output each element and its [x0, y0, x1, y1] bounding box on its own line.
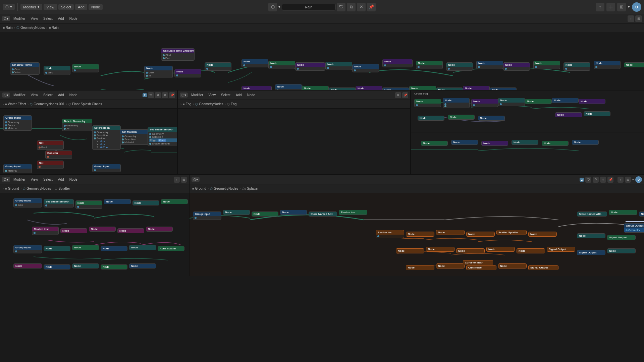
- water-editor-btn[interactable]: ⬡▾: [2, 93, 10, 98]
- node-r2d[interactable]: Node: [325, 62, 352, 70]
- splatter-pin[interactable]: 📌: [607, 177, 613, 183]
- node-m5[interactable]: Node: [356, 86, 382, 90]
- spl-o8[interactable]: Node: [426, 247, 454, 252]
- gnd-c2[interactable]: Node: [44, 264, 70, 269]
- gnd-c5[interactable]: Node: [129, 263, 156, 268]
- node-m10[interactable]: Node: [490, 87, 517, 90]
- gnd-n5[interactable]: Node: [161, 199, 188, 204]
- rain-view[interactable]: View: [29, 16, 40, 21]
- spl-o9[interactable]: Node: [456, 248, 485, 253]
- water-not2[interactable]: Not: [37, 161, 64, 169]
- fog-n3[interactable]: Node: [471, 99, 498, 107]
- fog-n12[interactable]: Node: [584, 111, 610, 116]
- fog-n2[interactable]: Node: [443, 98, 470, 108]
- spl-o1[interactable]: Realize Inst.: [376, 230, 404, 238]
- spl-o10[interactable]: Node: [486, 247, 515, 252]
- spl-o17[interactable]: Signal Output: [528, 265, 558, 270]
- rain-select[interactable]: Select: [41, 16, 55, 21]
- splatter-editor-btn[interactable]: ⬡▾: [192, 177, 200, 182]
- gnd-n2[interactable]: Node: [75, 200, 102, 209]
- fog-view[interactable]: View: [207, 93, 218, 98]
- splatter-upload[interactable]: ↑: [618, 177, 624, 183]
- gnd-b5[interactable]: Node: [129, 245, 156, 250]
- node-r1b[interactable]: Node: [72, 64, 99, 72]
- close-icon[interactable]: ✕: [357, 3, 366, 11]
- fog-n8[interactable]: Node: [418, 116, 444, 121]
- water-set-position[interactable]: Set Position Geometry Selection Position…: [92, 125, 121, 150]
- fog-select[interactable]: Select: [219, 93, 232, 98]
- fog-n6[interactable]: Node: [552, 98, 579, 103]
- rain-add[interactable]: Add: [56, 16, 66, 21]
- spl-curve[interactable]: Curve to Mesh: [463, 260, 493, 265]
- ground-select[interactable]: Select: [41, 177, 55, 182]
- splatter-avatar[interactable]: U: [635, 176, 642, 183]
- gnd-b6[interactable]: Acne Scatter: [158, 246, 184, 251]
- ground-add[interactable]: Add: [56, 177, 66, 182]
- ground-modifier[interactable]: Modifier: [11, 177, 28, 182]
- spl-o6[interactable]: Node: [528, 232, 557, 237]
- upload-btn[interactable]: ↑: [596, 3, 604, 11]
- bc-rain-root[interactable]: ■ Rain: [3, 26, 13, 29]
- spl-o11[interactable]: Node: [517, 248, 545, 253]
- fog-b3[interactable]: Node: [481, 141, 508, 146]
- node-mid1[interactable]: Node Geo In: [144, 66, 173, 78]
- spl-rm4[interactable]: Node: [607, 248, 636, 253]
- node-r1a[interactable]: Node Geo: [44, 66, 70, 75]
- spl-rm3[interactable]: Signal Output: [577, 250, 605, 255]
- editor-type-btn[interactable]: ⬡ ▾: [3, 4, 15, 10]
- gnd-p4[interactable]: Node: [117, 228, 144, 233]
- node-r2e[interactable]: Node: [352, 64, 379, 72]
- node-m3[interactable]: Node: [302, 86, 329, 90]
- fog-n9[interactable]: Node: [448, 115, 475, 120]
- node-calc-time[interactable]: Calculate Time Endpoints Start End: [161, 48, 195, 61]
- node-mid3[interactable]: Node: [205, 62, 231, 71]
- water-delete-geo[interactable]: Delete Geometry Geometry All: [62, 119, 92, 131]
- scene-icon-btn[interactable]: ⬡: [268, 3, 277, 11]
- bc-water-name[interactable]: ⬡ Floor Splash Circles: [68, 102, 102, 106]
- node-set-beta[interactable]: Set Beta Points Geo Value: [10, 62, 40, 75]
- gnd-b4[interactable]: Node: [101, 246, 127, 251]
- spl-n4[interactable]: Store Named Attr.: [309, 212, 337, 217]
- ground-upload[interactable]: ↑: [174, 177, 180, 183]
- spl-o12[interactable]: Signal Output: [547, 247, 575, 252]
- splatter-copy[interactable]: ⧉: [593, 177, 599, 183]
- fog-editor-btn[interactable]: ⬡▾: [180, 93, 188, 98]
- gnd-p1[interactable]: Realize Inst.: [32, 227, 59, 235]
- rain-modifier[interactable]: Modifier: [11, 16, 28, 21]
- spl-rm1[interactable]: Node: [577, 233, 605, 238]
- node-r2b[interactable]: Node: [268, 61, 295, 69]
- spl-o7[interactable]: Node: [396, 248, 424, 253]
- shield-icon[interactable]: 🛡: [337, 3, 345, 11]
- gnd-n4[interactable]: Node: [132, 200, 159, 205]
- fog-n7[interactable]: Node: [579, 99, 605, 104]
- water-group-input[interactable]: Group Input Geometry Faces Material: [3, 115, 32, 131]
- spl-fr1[interactable]: Store Named Attr.: [577, 212, 607, 217]
- node-menu[interactable]: Node: [89, 4, 103, 10]
- spl-fr2[interactable]: Node: [609, 210, 637, 215]
- spl-o16[interactable]: Node: [498, 263, 527, 268]
- spl-o2[interactable]: Node: [406, 232, 434, 237]
- add-menu[interactable]: Add: [75, 4, 87, 10]
- gnd-c4[interactable]: Node: [101, 264, 127, 269]
- spl-fr3[interactable]: Node: [639, 212, 644, 217]
- rain-node[interactable]: Node: [67, 16, 79, 21]
- fog-n4[interactable]: Node: [498, 98, 525, 106]
- bc-splatter-name[interactable]: ⬡₂ Splatter: [242, 187, 258, 190]
- water-group-input2[interactable]: Group Input Material: [3, 164, 32, 173]
- node-m8[interactable]: Node: [436, 87, 463, 90]
- gnd-n1[interactable]: Set Shade Smooth: [44, 199, 74, 207]
- ground-grid[interactable]: ⊞: [181, 177, 187, 183]
- water-set-shade[interactable]: Set Shade Smooth Geometry Selection Edge…: [148, 127, 177, 146]
- fog-b1[interactable]: Node: [421, 141, 448, 146]
- node-far6[interactable]: Node: [533, 61, 560, 69]
- gnd-p3[interactable]: Node: [89, 227, 116, 232]
- node-far2[interactable]: Node: [416, 61, 443, 69]
- gnd-b3[interactable]: Node: [72, 245, 99, 250]
- node-far4[interactable]: Node: [476, 61, 503, 69]
- bc-fog-name[interactable]: ⬡ Fog: [227, 102, 236, 106]
- layout-btn[interactable]: ⊞: [617, 3, 626, 11]
- bc-ground-root[interactable]: ■ Ground: [5, 187, 19, 190]
- node-r2a[interactable]: Node: [241, 59, 268, 67]
- gnd-p2[interactable]: Node: [60, 228, 87, 233]
- node-r2c[interactable]: Node: [295, 62, 325, 71]
